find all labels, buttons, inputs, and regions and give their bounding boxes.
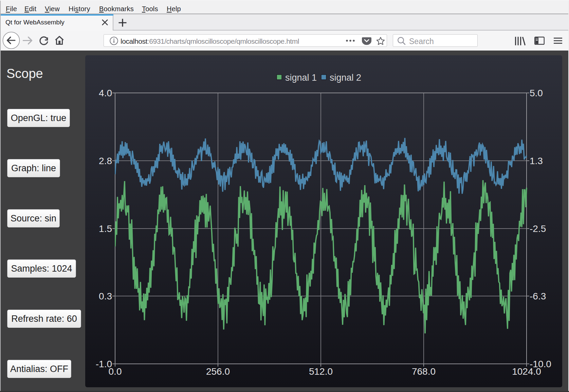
svg-text:5.0: 5.0: [530, 88, 543, 98]
svg-text:1024.0: 1024.0: [512, 366, 541, 377]
svg-text:0.0: 0.0: [109, 366, 122, 377]
svg-text:signal 2: signal 2: [330, 73, 361, 83]
svg-text:0.3: 0.3: [99, 291, 112, 301]
svg-text:2.8: 2.8: [99, 156, 112, 166]
svg-text:768.0: 768.0: [412, 366, 436, 377]
svg-text:-2.5: -2.5: [530, 223, 546, 234]
svg-text:1.5: 1.5: [99, 223, 112, 234]
svg-text:signal 1: signal 1: [285, 73, 317, 83]
svg-text:256.0: 256.0: [206, 366, 230, 377]
svg-text:-6.3: -6.3: [530, 291, 546, 301]
svg-text:512.0: 512.0: [309, 366, 333, 377]
svg-text:4.0: 4.0: [99, 88, 112, 98]
svg-text:1.3: 1.3: [530, 156, 543, 166]
